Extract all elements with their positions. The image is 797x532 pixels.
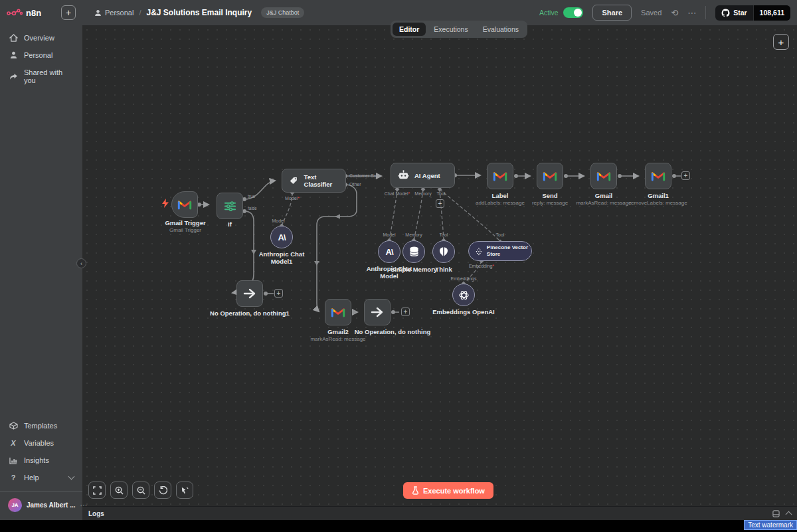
port-label-embeddings: Embeddings xyxy=(451,276,477,281)
node-gmail-trigger[interactable] xyxy=(171,191,198,218)
breadcrumb-project[interactable]: Personal xyxy=(94,9,133,17)
node-noop1[interactable] xyxy=(236,280,263,307)
node-pinecone-vector-store[interactable]: Pinecone Vector Store xyxy=(468,241,532,261)
sidebar-item-insights[interactable]: Insights xyxy=(0,452,82,469)
user-menu[interactable]: JA James Albert ... ⋯ xyxy=(0,491,82,513)
sidebar-collapse-button[interactable]: ‹ xyxy=(76,258,86,268)
port-label-tool: Tool xyxy=(437,191,446,196)
node-send[interactable] xyxy=(537,163,563,189)
node-label: Gmail1 xyxy=(648,192,669,199)
node-subtitle: markAsRead: message xyxy=(310,336,365,342)
sidebar-item-label: Shared with you xyxy=(24,68,74,84)
workflow-tag[interactable]: J&J Chatbot xyxy=(261,7,304,18)
tab-executions[interactable]: Executions xyxy=(427,23,474,36)
node-text-classifier[interactable]: Text Classifier xyxy=(282,169,346,193)
tab-editor[interactable]: Editor xyxy=(393,23,426,36)
logs-label: Logs xyxy=(88,510,104,517)
port-label-chat-model: Chat Model* xyxy=(385,191,410,196)
sidebar-item-label: Overview xyxy=(24,34,54,42)
add-tool-button[interactable]: + xyxy=(436,199,444,208)
gmail-icon xyxy=(493,171,507,182)
node-subtitle: markAsRead: message xyxy=(576,200,631,206)
share-button[interactable]: Share xyxy=(592,5,632,21)
node-simple-memory[interactable] xyxy=(402,240,425,263)
sidebar-item-help[interactable]: ? Help xyxy=(0,469,82,486)
port-label-tool: Tool xyxy=(440,232,448,237)
plus-icon: + xyxy=(438,200,442,207)
add-node-after-gmail1[interactable]: + xyxy=(681,171,690,180)
node-label-gmail[interactable] xyxy=(487,163,513,189)
sidebar-item-templates[interactable]: Templates xyxy=(0,417,82,434)
node-label: Gmail xyxy=(595,192,612,199)
workflow-title[interactable]: J&J Solutions Email Inquiry xyxy=(146,8,252,17)
node-anthropic-chat-model1[interactable]: A\ xyxy=(270,226,293,248)
active-toggle[interactable] xyxy=(563,7,583,18)
view-tabs: Editor Executions Evaluations xyxy=(391,21,527,38)
canvas-add-node-button[interactable]: + xyxy=(773,34,789,50)
node-gmail[interactable] xyxy=(590,163,617,189)
trigger-bolt-icon xyxy=(162,199,169,211)
star-count: 108,611 xyxy=(753,5,790,21)
zoom-out-button[interactable] xyxy=(132,482,149,499)
user-name: James Albert ... xyxy=(27,501,76,509)
node-gmail1[interactable] xyxy=(645,163,671,189)
node-label: No Operation, do nothing xyxy=(355,328,431,335)
zoom-in-button[interactable] xyxy=(110,482,128,499)
port-label-other: Other xyxy=(349,182,361,187)
node-anthropic-chat-model[interactable]: A\ xyxy=(378,240,400,263)
fit-view-button[interactable] xyxy=(88,482,106,499)
sidebar-item-personal[interactable]: Personal xyxy=(0,46,82,64)
execute-workflow-button[interactable]: Execute workflow xyxy=(403,482,493,499)
node-noop[interactable] xyxy=(364,299,391,325)
sidebar-item-label: Variables xyxy=(24,439,54,447)
workflow-canvas[interactable]: Gmail Trigger Gmail Trigger If true fals… xyxy=(82,25,797,506)
github-star-button[interactable]: Star xyxy=(715,9,753,17)
bottom-strip: Text watermark xyxy=(0,520,797,532)
tab-evaluations[interactable]: Evaluations xyxy=(476,23,525,36)
breadcrumb-separator: / xyxy=(139,9,141,17)
gmail-icon xyxy=(543,171,557,182)
saved-status: Saved xyxy=(641,9,662,17)
port-label-model: Model xyxy=(383,232,395,237)
gmail-icon xyxy=(651,171,665,182)
popout-panel-icon[interactable] xyxy=(772,510,780,517)
history-icon[interactable]: ⟲ xyxy=(671,9,678,17)
sidebar-item-shared[interactable]: Shared with you xyxy=(0,64,82,89)
text-watermark: Text watermark xyxy=(745,521,796,529)
add-node-after-noop1[interactable]: + xyxy=(274,289,283,298)
tidy-workflow-button[interactable] xyxy=(176,482,193,499)
database-icon xyxy=(409,246,419,257)
node-label: Embeddings OpenAI xyxy=(432,308,494,315)
node-if[interactable] xyxy=(217,193,243,219)
reset-zoom-button[interactable] xyxy=(154,482,171,499)
sidebar-bottom: Templates X Variables Insights ? Help JA… xyxy=(0,417,82,513)
sidebar-item-label: Help xyxy=(24,474,39,482)
logs-panel-header[interactable]: Logs xyxy=(82,506,797,520)
variables-icon: X xyxy=(9,439,18,447)
node-think[interactable] xyxy=(432,240,455,263)
node-label: Gmail Trigger xyxy=(165,219,205,226)
add-workflow-button[interactable]: + xyxy=(61,5,76,20)
more-menu-icon[interactable]: ⋯ xyxy=(687,9,696,17)
gmail-icon xyxy=(177,199,192,211)
n8n-logo[interactable]: n8n xyxy=(7,8,41,18)
github-star-widget[interactable]: Star 108,611 xyxy=(715,5,790,21)
port-label-false: false xyxy=(248,206,257,211)
insights-icon xyxy=(9,457,18,464)
node-label: Label xyxy=(492,192,509,199)
add-node-after-noop[interactable]: + xyxy=(401,308,410,316)
flask-icon xyxy=(412,486,419,495)
chevron-up-icon[interactable] xyxy=(786,511,792,518)
node-ai-agent[interactable]: AI Agent xyxy=(391,163,455,188)
sidebar-item-label: Insights xyxy=(24,456,49,464)
breadcrumb: Personal / J&J Solutions Email Inquiry J… xyxy=(94,7,304,18)
node-gmail2[interactable] xyxy=(325,299,351,325)
anthropic-icon: A\ xyxy=(386,247,393,257)
pinecone-icon xyxy=(475,246,483,256)
node-label: If xyxy=(228,221,232,228)
sidebar-item-variables[interactable]: X Variables xyxy=(0,434,82,452)
plus-icon: + xyxy=(404,308,408,315)
node-embeddings-openai[interactable] xyxy=(452,284,475,306)
templates-icon xyxy=(9,422,18,430)
sidebar-item-overview[interactable]: Overview xyxy=(0,29,82,46)
